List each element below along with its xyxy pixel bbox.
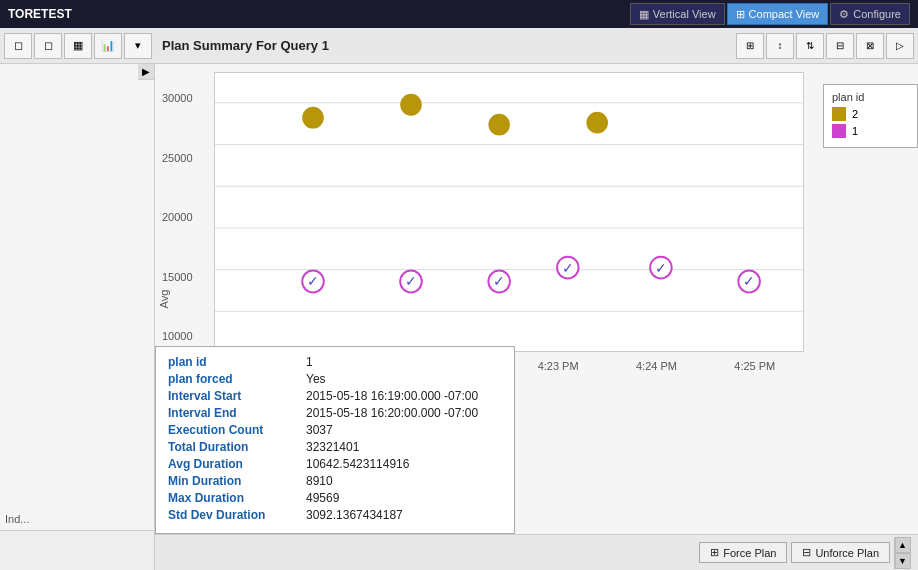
legend-title: plan id	[832, 91, 909, 103]
tooltip-key-plan-id: plan id	[168, 355, 298, 369]
x-tick-424: 4:24 PM	[636, 360, 677, 372]
force-plan-icon: ⊞	[710, 546, 719, 559]
compact-view-icon: ⊞	[736, 8, 745, 21]
toolbar-btn-1[interactable]: ◻	[4, 33, 32, 59]
left-panel-bottom	[0, 530, 154, 570]
title-bar: TORETEST ▦ Vertical View ⊞ Compact View …	[0, 0, 918, 28]
toolbar-right-icon-1: ⊞	[746, 40, 754, 51]
tooltip-key-min-dur: Min Duration	[168, 474, 298, 488]
legend-color-2	[832, 107, 846, 121]
tooltip-val-total-dur: 32321401	[306, 440, 359, 454]
left-panel-arrow[interactable]: ▶	[138, 64, 154, 80]
tooltip-panel: plan id 1 plan forced Yes Interval Start…	[155, 346, 515, 534]
unforce-plan-label: Unforce Plan	[815, 547, 879, 559]
y-tick-10000: 10000	[162, 330, 193, 342]
toolbar-icon-1: ◻	[14, 39, 23, 52]
tooltip-key-avg-dur: Avg Duration	[168, 457, 298, 471]
toolbar-btn-2[interactable]: ◻	[34, 33, 62, 59]
tooltip-val-interval-start: 2015-05-18 16:19:00.000 -07:00	[306, 389, 478, 403]
main-toolbar: ◻ ◻ ▦ 📊 ▾ Plan Summary For Query 1 ⊞ ↕ ⇅…	[0, 28, 918, 64]
tooltip-key-std-dur: Std Dev Duration	[168, 508, 298, 522]
svg-point-8	[488, 114, 510, 136]
tooltip-row-plan-id: plan id 1	[168, 355, 502, 369]
y-tick-25000: 25000	[162, 152, 193, 164]
configure-icon: ⚙	[839, 8, 849, 21]
toolbar-right-icon-4: ⊟	[836, 40, 844, 51]
y-tick-15000: 15000	[162, 271, 193, 283]
svg-point-7	[400, 94, 422, 116]
main-area: ▶ Ind... Avg	[0, 64, 918, 570]
toolbar-right-buttons: ⊞ ↕ ⇅ ⊟ ⊠ ▷	[736, 33, 914, 59]
toolbar-icon-4: 📊	[101, 39, 115, 52]
unforce-plan-btn[interactable]: ⊟ Unforce Plan	[791, 542, 890, 563]
toolbar-right-icon-3: ⇅	[806, 40, 814, 51]
toolbar-icon-2: ◻	[44, 39, 53, 52]
tooltip-val-std-dur: 3092.1367434187	[306, 508, 403, 522]
svg-point-9	[586, 112, 608, 134]
scroll-arrow-down[interactable]: ▼	[895, 553, 911, 569]
tooltip-row-interval-start: Interval Start 2015-05-18 16:19:00.000 -…	[168, 389, 502, 403]
vertical-view-icon: ▦	[639, 8, 649, 21]
toolbar-right-btn-5[interactable]: ⊠	[856, 33, 884, 59]
toolbar-right-btn-2[interactable]: ↕	[766, 33, 794, 59]
dropdown-icon: ▾	[135, 39, 141, 52]
toolbar-btn-4[interactable]: 📊	[94, 33, 122, 59]
compact-view-label: Compact View	[749, 8, 820, 20]
toolbar-right-btn-3[interactable]: ⇅	[796, 33, 824, 59]
legend-label-2: 2	[852, 108, 858, 120]
left-panel-label: Ind...	[5, 513, 29, 525]
app-title: TORETEST	[8, 7, 72, 21]
svg-text:✓: ✓	[562, 259, 574, 275]
toolbar-right-icon-6: ▷	[896, 40, 904, 51]
toolbar-right-btn-6[interactable]: ▷	[886, 33, 914, 59]
tooltip-val-min-dur: 8910	[306, 474, 333, 488]
tooltip-row-max-dur: Max Duration 49569	[168, 491, 502, 505]
tooltip-row-plan-forced: plan forced Yes	[168, 372, 502, 386]
x-tick-423: 4:23 PM	[538, 360, 579, 372]
toolbar-btn-3[interactable]: ▦	[64, 33, 92, 59]
chart-container: Avg	[155, 64, 918, 534]
force-plan-btn[interactable]: ⊞ Force Plan	[699, 542, 787, 563]
legend-label-1: 1	[852, 125, 858, 137]
svg-text:✓: ✓	[493, 273, 505, 289]
toolbar-right-icon-2: ↕	[778, 40, 783, 51]
tooltip-val-interval-end: 2015-05-18 16:20:00.000 -07:00	[306, 406, 478, 420]
left-panel: ▶ Ind...	[0, 64, 155, 570]
chart-area: Avg	[155, 64, 918, 570]
svg-text:✓: ✓	[655, 259, 667, 275]
legend-item-2: 2	[832, 107, 909, 121]
tooltip-val-plan-forced: Yes	[306, 372, 326, 386]
tooltip-row-exec-count: Execution Count 3037	[168, 423, 502, 437]
compact-view-btn[interactable]: ⊞ Compact View	[727, 3, 829, 25]
toolbar-btn-dropdown[interactable]: ▾	[124, 33, 152, 59]
legend-box: plan id 2 1	[823, 84, 918, 148]
tooltip-key-max-dur: Max Duration	[168, 491, 298, 505]
tooltip-key-plan-forced: plan forced	[168, 372, 298, 386]
tooltip-row-total-dur: Total Duration 32321401	[168, 440, 502, 454]
view-buttons: ▦ Vertical View ⊞ Compact View ⚙ Configu…	[630, 3, 910, 25]
tooltip-row-interval-end: Interval End 2015-05-18 16:20:00.000 -07…	[168, 406, 502, 420]
toolbar-right-btn-1[interactable]: ⊞	[736, 33, 764, 59]
y-tick-30000: 30000	[162, 92, 193, 104]
bottom-bar: ⊞ Force Plan ⊟ Unforce Plan ▲ ▼	[155, 534, 918, 570]
plan-title: Plan Summary For Query 1	[162, 38, 329, 53]
toolbar-icon-3: ▦	[73, 39, 83, 52]
vertical-view-label: Vertical View	[653, 8, 716, 20]
svg-text:✓: ✓	[405, 273, 417, 289]
scrollbar-vertical[interactable]: ▲ ▼	[894, 537, 910, 569]
configure-btn[interactable]: ⚙ Configure	[830, 3, 910, 25]
toolbar-right-btn-4[interactable]: ⊟	[826, 33, 854, 59]
tooltip-key-interval-start: Interval Start	[168, 389, 298, 403]
y-tick-20000: 20000	[162, 211, 193, 223]
scroll-arrow-up[interactable]: ▲	[895, 537, 911, 553]
chart-inner: ✓ ✓ ✓ ✓ ✓ ✓ 30000 25000 20000	[214, 72, 804, 352]
tooltip-row-avg-dur: Avg Duration 10642.5423114916	[168, 457, 502, 471]
chart-svg: ✓ ✓ ✓ ✓ ✓ ✓	[214, 72, 804, 352]
tooltip-key-total-dur: Total Duration	[168, 440, 298, 454]
vertical-view-btn[interactable]: ▦ Vertical View	[630, 3, 725, 25]
tooltip-row-std-dur: Std Dev Duration 3092.1367434187	[168, 508, 502, 522]
tooltip-val-plan-id: 1	[306, 355, 313, 369]
tooltip-key-interval-end: Interval End	[168, 406, 298, 420]
legend-color-1	[832, 124, 846, 138]
tooltip-val-avg-dur: 10642.5423114916	[306, 457, 409, 471]
